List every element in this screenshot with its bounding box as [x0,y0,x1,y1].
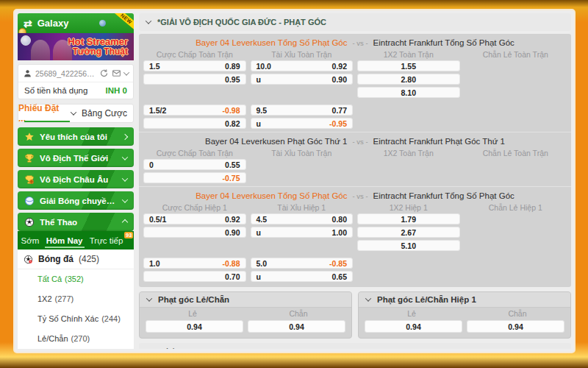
odds-button[interactable]: u1.00 [251,227,354,238]
refresh-icon[interactable] [99,68,109,78]
home-team-name: Bayer 04 Leverkusen Tổng Số Phạt Góc [196,38,347,47]
odds-button[interactable]: u-0.95 [251,118,354,129]
odds-value: 0.77 [332,106,347,115]
panel-odds-row: 0.940.94 [359,320,570,338]
odds-button[interactable]: 1.5/2-0.98 [143,105,246,116]
market-column-header: Tài Xỉu Hiệp 1 [251,202,354,213]
sidebar-item[interactable]: Giải Bóng chuyền Vô địch... [18,191,134,210]
odds-button[interactable]: 0.82 [143,118,246,129]
panel-column-headers: LẻChẵn [359,308,570,320]
odds-button[interactable]: 10.00.92 [251,60,354,71]
odds-line-label: 1.5/2 [149,106,166,115]
subtab[interactable]: Sớm [20,231,41,250]
sidebar-menu: Yêu thích của tôiVô Địch Thế GiớiVô Địch… [18,124,134,231]
subtab[interactable]: Hôm Nay [45,231,85,250]
sport-label: Bóng đá [38,254,74,264]
astronaut-icon [99,20,106,26]
odds-button[interactable]: 1.0-0.88 [143,258,246,269]
sidebar-item[interactable]: Vô Địch Châu Âu [18,170,134,188]
odds-button[interactable]: 2.80 [357,74,460,85]
panel-odds-row: 0.940.94 [140,320,351,338]
league-title: *GIẢI VÔ ĐỊCH QUỐC GIA ĐỨC - PHẠT GÓC [157,18,326,26]
chevron-down-icon[interactable] [146,347,151,349]
odds-value: 1.79 [401,215,416,224]
odds-value: 2.80 [401,75,416,84]
user-row[interactable]: 25689_4222568900... [18,65,133,82]
panel-header[interactable]: Phạt góc Lẻ/Chẵn [140,292,351,308]
odds-button[interactable]: 0.94 [467,320,564,333]
match-group: Bayer 04 Leverkusen Tổng Số Phạt Góc- vs… [139,188,571,282]
panel-column-header: Chẵn [465,308,570,320]
odds-button[interactable]: 0.94 [146,320,243,333]
odds-value: 0.70 [225,272,240,281]
odds-row: 1.50.8910.00.921.55 [139,60,571,71]
odds-button[interactable]: u0.65 [251,271,354,282]
odds-button[interactable]: 4.50.80 [251,213,354,224]
promo-banner[interactable]: Hot Streamer Tường Thuật [18,33,134,60]
odds-button[interactable]: 00.55 [143,159,246,170]
trophy-ball-icon [24,174,35,185]
chevron-down-icon[interactable] [123,69,129,75]
panel-header[interactable]: Phạt góc Lẻ/Chẵn Hiệp 1 [359,292,570,308]
mail-icon[interactable] [112,68,121,78]
tab-odds-board[interactable]: Bảng Cược [76,105,133,122]
empty-cell [465,172,567,183]
brand-header[interactable]: ⇄ Galaxy NEW [18,13,134,33]
filter-item[interactable]: Tỷ Số Chính Xác(244) [18,309,134,329]
filter-item[interactable]: Tất Cả(352) [18,269,134,289]
odds-board: Bayer 04 Leverkusen Tổng Số Phạt Góc- vs… [139,34,571,287]
odds-button[interactable]: 5.0-0.85 [251,258,354,269]
odds-button[interactable]: 5.10 [357,240,460,251]
odds-button[interactable]: 9.50.77 [251,105,354,116]
odds-row: 0.90u1.002.67 [139,227,571,238]
sidebar: ⇄ Galaxy NEW Hot Streamer Tường Thuật 25… [18,13,134,349]
market-column-headers: Cược Chấp Hiệp 1Tài Xỉu Hiệp 11X2 Hiệp 1… [139,202,571,213]
odds-value: 5.10 [401,241,416,250]
market-column-header: 1X2 Toàn Trận [357,147,460,159]
odds-row: 5.10 [139,240,571,251]
live-count-badge: 93 [124,232,133,238]
panel-column-header: Lẻ [359,308,465,320]
league-header[interactable]: *GIẢI VÔ ĐỊCH QUỐC GIA ĐỨC - PHẠT GÓC [139,13,571,31]
filter-count: (270) [71,334,90,343]
odds-button[interactable]: 1.50.89 [143,60,246,71]
odds-line-label: 0.5/1 [149,215,166,224]
odds-button[interactable]: 0.94 [365,320,462,333]
odds-value: 0.95 [225,75,240,84]
odds-button[interactable]: u0.90 [251,74,354,85]
footer-section-header[interactable]: Số lần phạt góc chính xác Hiệp 1 [139,343,571,349]
sidebar-item[interactable]: Yêu thích của tôi [18,127,134,146]
sport-row-football[interactable]: Bóng đá (425) [18,250,134,269]
odds-button[interactable]: 0.90 [143,227,246,238]
odds-button[interactable]: 0.95 [143,74,246,85]
odds-button[interactable]: -0.75 [143,172,246,183]
odds-line-label: 1.5 [149,62,160,71]
odds-button[interactable]: 1.79 [357,213,460,224]
odds-button[interactable]: 8.10 [357,87,460,98]
empty-cell [465,105,567,116]
filter-item[interactable]: 1X2(277) [18,289,134,309]
odds-button[interactable]: 1.55 [357,60,460,71]
odds-button[interactable]: 0.70 [143,271,246,282]
match-group: Bayer 04 Leverkusen Tổng Số Phạt Góc- vs… [139,35,571,129]
odd-even-panel: Phạt góc Lẻ/ChẵnLẻChẵn0.940.94 [139,291,352,339]
swap-arrows-icon[interactable]: ⇄ [24,18,32,29]
empty-cell [143,240,246,251]
odds-button[interactable]: 0.5/10.92 [143,213,246,224]
sidebar-item[interactable]: Vô Địch Thế Giới [18,149,134,167]
filter-count: (277) [55,294,74,303]
chevron-down-icon [122,175,128,181]
chevron-down-icon[interactable] [146,18,151,24]
odds-button[interactable]: 0.94 [248,320,345,333]
empty-cell [357,172,460,183]
match-title: Bayer 04 Leverkusen Phạt Góc Thứ 1- vs -… [139,134,571,147]
vs-label: - vs - [352,192,368,200]
sidebar-item[interactable]: Thể Thao [18,213,134,231]
subtab[interactable]: Trực tiếp93 [88,231,125,250]
odds-button[interactable]: 2.67 [357,227,460,238]
tab-bet-slip[interactable]: Phiếu Đặt ... [18,105,76,122]
empty-cell [357,271,460,282]
filter-item[interactable]: Lẻ/Chẵn(270) [18,329,134,349]
coin-icon [18,28,26,33]
footer-section-title: Số lần phạt góc chính xác Hiệp 1 [157,347,290,349]
